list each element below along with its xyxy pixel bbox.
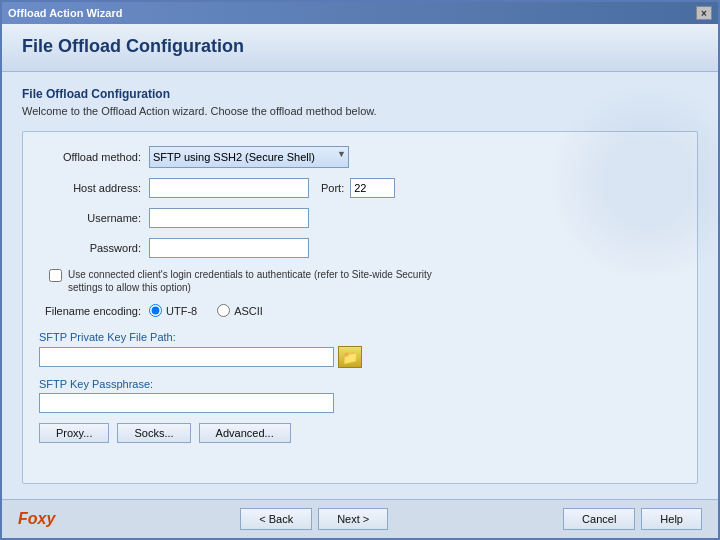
host-address-row: Host address: Port:: [39, 178, 681, 198]
credentials-checkbox-row: Use connected client's login credentials…: [49, 268, 681, 294]
footer-right: Cancel Help: [563, 508, 702, 530]
proxy-button[interactable]: Proxy...: [39, 423, 109, 443]
encoding-ascii-label: ASCII: [234, 305, 263, 317]
sftp-key-path-label: SFTP Private Key File Path:: [39, 331, 681, 343]
main-content: File Offload Configuration Welcome to th…: [2, 72, 718, 499]
host-address-input[interactable]: [149, 178, 309, 198]
username-row: Username:: [39, 208, 681, 228]
host-address-label: Host address:: [39, 182, 149, 194]
encoding-utf8-option: UTF-8: [149, 304, 197, 317]
offload-method-label: Offload method:: [39, 151, 149, 163]
window-frame: Offload Action Wizard × File Offload Con…: [0, 0, 720, 540]
username-label: Username:: [39, 212, 149, 224]
sftp-passphrase-input[interactable]: [39, 393, 334, 413]
title-bar: Offload Action Wizard ×: [2, 2, 718, 24]
section-title: File Offload Configuration: [22, 87, 698, 101]
username-input[interactable]: [149, 208, 309, 228]
encoding-ascii-option: ASCII: [217, 304, 263, 317]
page-title: File Offload Configuration: [22, 36, 698, 57]
proxy-buttons-row: Proxy... Socks... Advanced...: [39, 423, 681, 443]
offload-method-select[interactable]: SFTP using SSH2 (Secure Shell) FTP FTPS …: [149, 146, 349, 168]
encoding-ascii-radio[interactable]: [217, 304, 230, 317]
offload-method-wrapper: SFTP using SSH2 (Secure Shell) FTP FTPS …: [149, 146, 349, 168]
close-button[interactable]: ×: [696, 6, 712, 20]
nav-buttons: < Back Next >: [240, 508, 388, 530]
header-section: File Offload Configuration: [2, 24, 718, 72]
offload-method-row: Offload method: SFTP using SSH2 (Secure …: [39, 146, 681, 168]
footer-left: Foxy: [18, 510, 65, 528]
sftp-key-path-input[interactable]: [39, 347, 334, 367]
sftp-browse-button[interactable]: 📁: [338, 346, 362, 368]
section-desc: Welcome to the Offload Action wizard. Ch…: [22, 105, 698, 117]
window-title: Offload Action Wizard: [8, 7, 122, 19]
password-input[interactable]: [149, 238, 309, 258]
credentials-checkbox[interactable]: [49, 269, 62, 282]
next-button[interactable]: Next >: [318, 508, 388, 530]
encoding-label: Filename encoding:: [39, 305, 149, 317]
footer-bar: Foxy < Back Next > Cancel Help: [2, 499, 718, 538]
back-button[interactable]: < Back: [240, 508, 312, 530]
password-row: Password:: [39, 238, 681, 258]
sftp-section: SFTP Private Key File Path: 📁 SFTP Key P…: [39, 331, 681, 443]
credentials-checkbox-label: Use connected client's login credentials…: [68, 268, 448, 294]
socks-button[interactable]: Socks...: [117, 423, 190, 443]
advanced-button[interactable]: Advanced...: [199, 423, 291, 443]
brand-label: Foxy: [18, 510, 55, 528]
port-label: Port:: [321, 182, 344, 194]
sftp-path-row: 📁: [39, 346, 681, 368]
form-area: Offload method: SFTP using SSH2 (Secure …: [22, 131, 698, 484]
encoding-utf8-radio[interactable]: [149, 304, 162, 317]
port-input[interactable]: [350, 178, 395, 198]
password-label: Password:: [39, 242, 149, 254]
encoding-utf8-label: UTF-8: [166, 305, 197, 317]
encoding-row: Filename encoding: UTF-8 ASCII: [39, 304, 681, 317]
sftp-passphrase-label: SFTP Key Passphrase:: [39, 378, 681, 390]
cancel-button[interactable]: Cancel: [563, 508, 635, 530]
help-button[interactable]: Help: [641, 508, 702, 530]
